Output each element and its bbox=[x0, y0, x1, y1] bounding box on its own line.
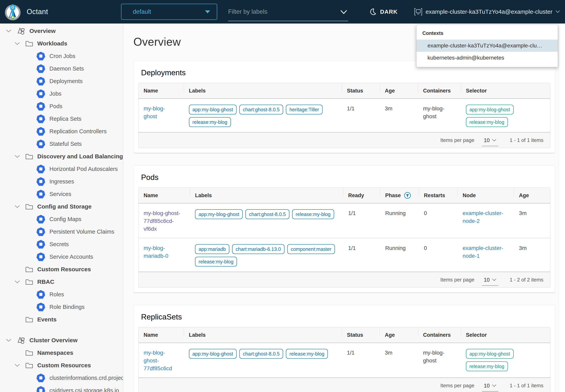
pagination-range: 1 - 1 of 1 items bbox=[510, 383, 543, 389]
secrets-icon bbox=[36, 240, 45, 249]
label-filter-input[interactable]: Filter by labels bbox=[228, 6, 348, 21]
sidebar-item-clusterinformations-crd[interactable]: clusterinformations.crd.projec bbox=[0, 372, 123, 384]
sidebar-item-label: Role Bindings bbox=[49, 304, 85, 310]
sidebar-item-events[interactable]: Events bbox=[0, 313, 123, 326]
sidebar-item-cluster-custom-resources[interactable]: Custom Resources bbox=[0, 359, 123, 372]
sidebar-item-label: Replication Controllers bbox=[49, 128, 107, 135]
column-header: Name bbox=[138, 83, 184, 98]
context-selector[interactable]: example-cluster-ka3TuTzYo4a@example-clus… bbox=[414, 8, 560, 16]
ready-cell: 1/1 bbox=[343, 209, 380, 233]
sidebar-item-deployments[interactable]: Deployments bbox=[0, 75, 123, 87]
replicaset-name-cell: my-blog-ghost-77df85c6cd bbox=[138, 349, 184, 372]
label-filter-placeholder: Filter by labels bbox=[228, 8, 268, 19]
chevron-down-icon bbox=[492, 279, 496, 281]
chevron-down-icon bbox=[492, 384, 496, 387]
chevron-down-icon bbox=[492, 139, 496, 142]
deployments-icon bbox=[36, 77, 45, 85]
table-row: my-blog-ghost app:my-blog-ghost chart:gh… bbox=[138, 99, 550, 132]
sidebar-item-custom-resources[interactable]: Custom Resources bbox=[0, 263, 123, 276]
sidebar-item-replica-sets[interactable]: Replica Sets bbox=[0, 112, 123, 125]
deployment-link[interactable]: my-blog-ghost bbox=[144, 105, 165, 119]
sidebar-item-config-and-storage[interactable]: Config and Storage bbox=[0, 200, 123, 213]
age-cell: 3m bbox=[514, 209, 550, 233]
sidebar-item-horizontal-pod-autoscalers[interactable]: Horizontal Pod Autoscalers bbox=[0, 163, 123, 175]
context-option[interactable]: kubernetes-admin@kubernetes bbox=[416, 52, 558, 64]
sidebar-item-cron-jobs[interactable]: Cron Jobs bbox=[0, 50, 123, 62]
label-tag: release:my-blog bbox=[195, 257, 237, 266]
chevron-down-icon bbox=[15, 364, 20, 367]
sidebar-item-roles[interactable]: Roles bbox=[0, 288, 123, 301]
hpa-icon bbox=[36, 165, 45, 173]
sidebar-item-label: Persistent Volume Claims bbox=[49, 228, 114, 235]
column-header: Selector bbox=[461, 83, 550, 98]
folder-icon bbox=[25, 315, 33, 323]
containers-cell: my-blog-ghost bbox=[418, 105, 461, 127]
page-size-select[interactable]: 10 bbox=[482, 277, 498, 286]
services-icon bbox=[36, 190, 45, 198]
folder-icon bbox=[25, 265, 33, 273]
table-footer: Items per page 10 1 - 1 of 1 items bbox=[138, 378, 550, 392]
page-size-select[interactable]: 10 bbox=[482, 137, 498, 146]
filter-funnel-icon[interactable] bbox=[404, 192, 411, 199]
sidebar-item-stateful-sets[interactable]: Stateful Sets bbox=[0, 138, 123, 150]
pod-name-cell: my-blog-mariadb-0 bbox=[138, 244, 190, 266]
sidebar-item-config-maps[interactable]: Config Maps bbox=[0, 213, 123, 225]
pagination-range: 1 - 2 of 2 items bbox=[510, 277, 543, 283]
node-link[interactable]: example-cluster-node-2 bbox=[462, 210, 503, 224]
sidebar-item-label: Roles bbox=[49, 291, 64, 298]
sidebar-item-cluster-overview[interactable]: Cluster Overview bbox=[0, 334, 123, 347]
sidebar-item-role-bindings[interactable]: Role Bindings bbox=[0, 301, 123, 313]
column-header: Labels bbox=[184, 83, 342, 98]
sidebar-item-replication-controllers[interactable]: Replication Controllers bbox=[0, 125, 123, 138]
sidebar-item-persistent-volume-claims[interactable]: Persistent Volume Claims bbox=[0, 225, 123, 238]
sidebar-item-csidrivers-crd[interactable]: csidrivers.csi.storage.k8s.io bbox=[0, 384, 123, 392]
column-header: Restarts bbox=[419, 188, 458, 203]
sidebar-item-discovery-load-balancing[interactable]: Discovery and Load Balancing bbox=[0, 150, 123, 163]
sidebar-item-service-accounts[interactable]: Service Accounts bbox=[0, 251, 123, 263]
sidebar-item-daemon-sets[interactable]: Daemon Sets bbox=[0, 62, 123, 75]
namespace-selector[interactable]: default bbox=[121, 4, 217, 20]
top-bar: Octant default Filter by labels DARK bbox=[0, 0, 565, 24]
contexts-dropdown: Contexts example-cluster-ka3TuTzYo4a@exa… bbox=[416, 25, 558, 67]
sidebar-item-rbac[interactable]: RBAC bbox=[0, 276, 123, 288]
sidebar-item-label: Events bbox=[37, 316, 57, 323]
context-option-selected[interactable]: example-cluster-ka3TuTzYo4a@example-clu… bbox=[416, 40, 558, 52]
replicasets-table: Name Labels Status Age Containers Select… bbox=[138, 327, 550, 392]
sidebar-item-services[interactable]: Services bbox=[0, 188, 123, 200]
phase-cell: Running bbox=[380, 209, 419, 233]
column-header: Status bbox=[342, 83, 380, 98]
sidebar-item-label: Config Maps bbox=[49, 216, 81, 223]
pods-card-title: Pods bbox=[141, 173, 550, 182]
table-footer: Items per page 10 1 - 1 of 1 items bbox=[138, 132, 550, 148]
pvc-icon bbox=[36, 227, 45, 236]
cluster-context-icon bbox=[414, 8, 422, 16]
sidebar-item-secrets[interactable]: Secrets bbox=[0, 238, 123, 251]
pod-link[interactable]: my-blog-ghost-77df85c6cd-vf6dx bbox=[144, 210, 180, 232]
page-scrollbar[interactable] bbox=[559, 24, 565, 392]
sidebar-nav: Overview Workloads Cron Jobs Daemon Sets… bbox=[0, 24, 123, 392]
label-tag: chart:ghost-8.0.5 bbox=[239, 105, 283, 114]
labels-cell: app:my-blog-ghost chart:ghost-8.0.5 heri… bbox=[184, 105, 342, 127]
node-link[interactable]: example-cluster-node-1 bbox=[462, 245, 503, 259]
label-tag: release:my-blog bbox=[286, 349, 328, 359]
dark-theme-toggle[interactable]: DARK bbox=[369, 8, 398, 15]
column-header: Age bbox=[514, 188, 550, 203]
sidebar-item-overview[interactable]: Overview bbox=[0, 25, 123, 37]
folder-icon bbox=[25, 202, 33, 211]
page-size-select[interactable]: 10 bbox=[482, 383, 498, 392]
namespace-caret-icon bbox=[205, 10, 210, 13]
sidebar-item-ingresses[interactable]: Ingresses bbox=[0, 175, 123, 188]
sidebar-item-label: Cron Jobs bbox=[49, 53, 75, 59]
column-header: Status bbox=[342, 327, 380, 343]
sidebar-item-jobs[interactable]: Jobs bbox=[0, 87, 123, 100]
sidebar-item-label: clusterinformations.crd.projec bbox=[49, 375, 123, 381]
sidebar-item-pods[interactable]: Pods bbox=[0, 100, 123, 112]
sidebar-item-namespaces[interactable]: Namespaces bbox=[0, 347, 123, 359]
sidebar-item-workloads[interactable]: Workloads bbox=[0, 37, 123, 50]
label-tag: chart:mariadb-6.13.0 bbox=[232, 244, 284, 254]
pod-link[interactable]: my-blog-mariadb-0 bbox=[144, 245, 168, 259]
applications-icon bbox=[16, 27, 26, 35]
replicaset-link[interactable]: my-blog-ghost-77df85c6cd bbox=[144, 350, 172, 371]
folder-icon bbox=[25, 278, 33, 286]
chevron-down-icon bbox=[15, 205, 20, 208]
